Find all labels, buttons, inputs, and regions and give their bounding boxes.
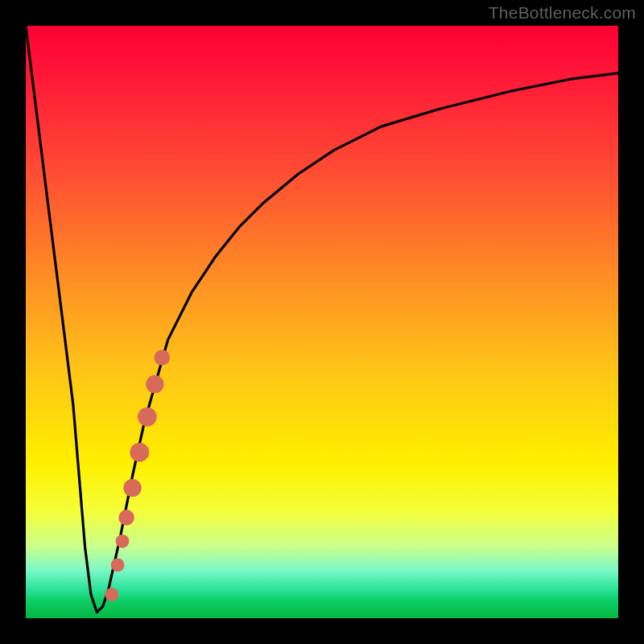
data-point (105, 588, 118, 601)
data-point (155, 349, 171, 365)
watermark-label: TheBottleneck.com (489, 3, 636, 23)
chart-svg (26, 26, 618, 618)
data-point (111, 558, 125, 572)
plot-area (26, 26, 618, 618)
data-point (123, 479, 141, 497)
bottleneck-curve (26, 26, 618, 613)
data-point (118, 510, 134, 526)
data-point (116, 535, 130, 548)
data-point (138, 407, 157, 427)
data-markers (105, 349, 170, 601)
data-point (130, 443, 149, 462)
chart-frame: TheBottleneck.com (0, 0, 644, 644)
data-point (146, 375, 163, 393)
